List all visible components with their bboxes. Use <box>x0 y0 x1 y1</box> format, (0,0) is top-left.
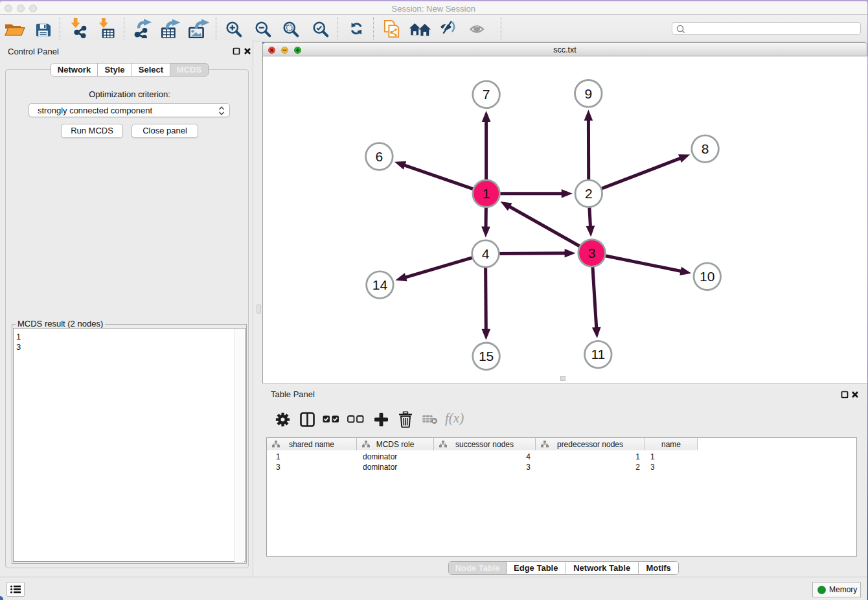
svg-text:4: 4 <box>482 246 490 261</box>
svg-text:2: 2 <box>585 186 593 201</box>
svg-text:11: 11 <box>591 347 605 362</box>
svg-text:9: 9 <box>584 86 592 101</box>
svg-text:15: 15 <box>479 349 494 363</box>
svg-text:6: 6 <box>376 149 383 164</box>
svg-text:1: 1 <box>483 186 490 201</box>
svg-text:7: 7 <box>483 87 490 102</box>
svg-text:3: 3 <box>588 246 596 260</box>
svg-text:14: 14 <box>372 277 388 292</box>
svg-text:10: 10 <box>700 269 714 284</box>
svg-text:8: 8 <box>702 141 709 156</box>
